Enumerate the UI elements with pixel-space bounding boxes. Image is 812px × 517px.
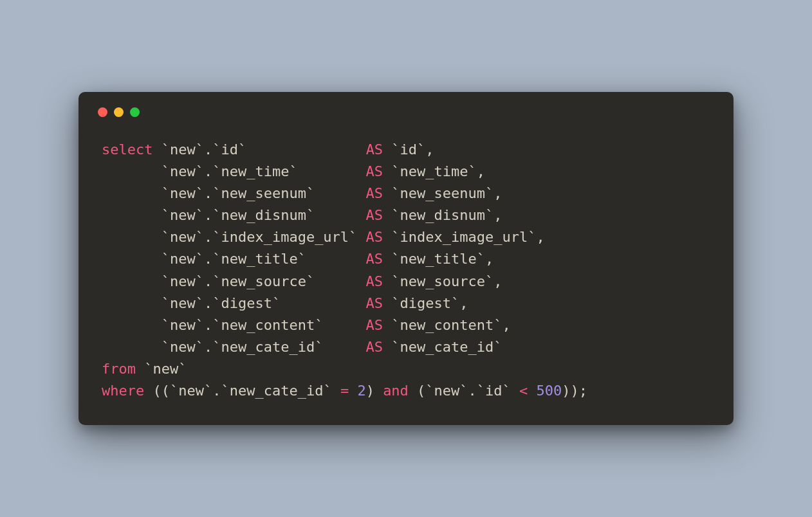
maximize-icon[interactable]: [130, 107, 140, 117]
traffic-lights: [98, 107, 710, 117]
code-block: select `new`.`id` AS `id`, `new`.`new_ti…: [102, 139, 710, 402]
code-window: select `new`.`id` AS `id`, `new`.`new_ti…: [78, 92, 734, 425]
minimize-icon[interactable]: [114, 107, 124, 117]
close-icon[interactable]: [98, 107, 107, 117]
